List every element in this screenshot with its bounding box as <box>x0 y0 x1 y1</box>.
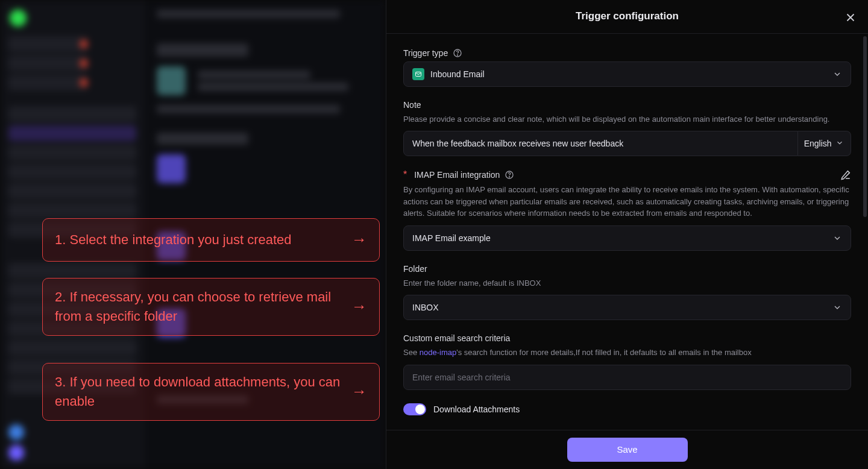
imap-integration-value: IMAP Email example <box>412 233 491 243</box>
folder-label: Folder <box>403 264 427 274</box>
chevron-down-icon <box>835 139 845 148</box>
folder-value: INBOX <box>412 303 439 312</box>
note-language-select[interactable]: English <box>798 131 851 156</box>
drawer-title: Trigger configuration <box>576 10 679 22</box>
chevron-down-icon <box>832 233 842 243</box>
note-language-value: English <box>804 139 832 148</box>
annotation-3-text: 3. If you need to download attachments, … <box>55 373 344 411</box>
note-desc: Please provide a concise and clear note,… <box>403 113 851 125</box>
close-icon <box>844 11 857 24</box>
toggle-knob <box>415 404 425 414</box>
annotation-2-text: 2. If necessary, you can choose to retri… <box>55 288 344 326</box>
note-label: Note <box>403 100 421 110</box>
download-attachments-label: Download Attachments <box>433 404 520 414</box>
field-trigger-type: Trigger type Inbound Email <box>403 48 851 87</box>
imap-integration-select[interactable]: IMAP Email example <box>403 225 851 251</box>
email-icon <box>412 68 424 80</box>
criteria-input-wrapper <box>403 365 851 390</box>
annotation-1: 1. Select the integration you just creat… <box>42 218 380 262</box>
folder-desc: Enter the folder name, default is INBOX <box>403 277 851 289</box>
imap-desc: By configuring an IMAP email account, us… <box>403 184 851 219</box>
required-indicator: * <box>403 169 407 180</box>
svg-point-1 <box>458 55 458 55</box>
arrow-right-icon: → <box>351 295 367 318</box>
criteria-desc: See node-imap's search function for more… <box>403 347 851 359</box>
close-button[interactable] <box>844 11 857 24</box>
node-imap-link[interactable]: node-imap <box>420 348 456 357</box>
chevron-down-icon <box>832 69 842 79</box>
download-attachments-toggle[interactable] <box>403 403 426 415</box>
field-imap-integration: * IMAP Email integration By configuring … <box>403 169 851 251</box>
trigger-config-drawer: Trigger configuration Trigger type Inbou… <box>386 0 868 469</box>
annotation-2: 2. If necessary, you can choose to retri… <box>42 278 380 336</box>
trigger-type-select[interactable]: Inbound Email <box>403 61 851 87</box>
arrow-right-icon: → <box>351 228 367 251</box>
drawer-header: Trigger configuration <box>386 0 868 34</box>
drawer-footer: Save <box>386 430 868 469</box>
edit-button[interactable] <box>840 169 851 180</box>
imap-label: IMAP Email integration <box>414 170 500 180</box>
svg-point-4 <box>509 177 510 177</box>
help-icon[interactable] <box>453 48 462 58</box>
save-button[interactable]: Save <box>567 438 688 462</box>
field-search-criteria: Custom email search criteria See node-im… <box>403 333 851 390</box>
note-input[interactable] <box>412 139 789 148</box>
drawer-body[interactable]: Trigger type Inbound Email Note Please p <box>386 34 868 430</box>
folder-select[interactable]: INBOX <box>403 295 851 320</box>
criteria-input[interactable] <box>412 373 842 382</box>
note-input-wrapper <box>403 131 798 156</box>
pencil-icon <box>840 169 851 180</box>
field-folder: Folder Enter the folder name, default is… <box>403 264 851 321</box>
criteria-label: Custom email search criteria <box>403 333 510 343</box>
chevron-down-icon <box>832 303 842 312</box>
annotation-3: 3. If you need to download attachments, … <box>42 363 380 421</box>
arrow-right-icon: → <box>351 380 367 403</box>
scrollbar[interactable] <box>863 36 867 217</box>
field-note: Note Please provide a concise and clear … <box>403 100 851 157</box>
trigger-type-label: Trigger type <box>403 48 448 58</box>
trigger-type-value: Inbound Email <box>430 69 485 79</box>
help-icon[interactable] <box>505 170 514 180</box>
field-download-attachments: Download Attachments <box>403 403 851 415</box>
annotation-1-text: 1. Select the integration you just creat… <box>55 230 292 250</box>
